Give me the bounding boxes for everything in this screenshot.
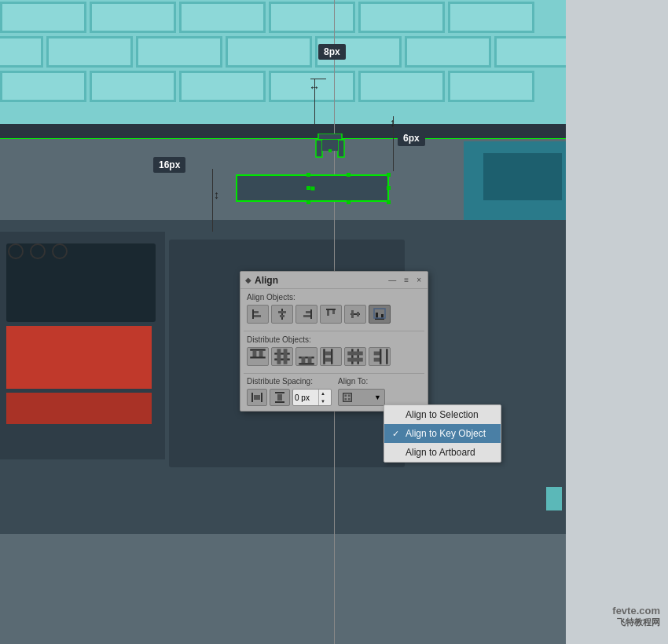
red-strip-1 (6, 326, 152, 389)
align-buttons-row (247, 305, 421, 324)
anchor-tr (387, 173, 391, 177)
svg-rect-51 (275, 392, 284, 393)
dist-right-btn[interactable] (369, 347, 391, 366)
dist-left-btn[interactable] (320, 347, 342, 366)
svg-rect-39 (325, 358, 331, 362)
align-panel: ◆ Align — ≡ × Align Objects: (240, 271, 428, 412)
svg-rect-38 (325, 352, 331, 356)
measure-left-label: 16px (153, 157, 185, 173)
anchor-mr (387, 186, 391, 190)
svg-rect-47 (374, 358, 380, 362)
svg-rect-26 (253, 351, 257, 357)
dist-center-h-btn[interactable] (344, 347, 366, 366)
svg-rect-32 (299, 357, 314, 358)
circle-btn-1 (8, 243, 24, 259)
dark-horizontal-bar (0, 124, 566, 138)
arrow-16px-symbol: ↕ (214, 188, 219, 201)
circle-btn-2 (30, 243, 46, 259)
svg-rect-15 (327, 310, 329, 316)
svg-rect-34 (302, 357, 306, 363)
spinner-down[interactable]: ▼ (319, 397, 327, 405)
menu-item-align-key-object[interactable]: ✓ Align to Key Object (384, 424, 501, 443)
menu-item-selection-label: Align to Selection (406, 409, 479, 420)
menu-item-align-selection[interactable]: Align to Selection (384, 405, 501, 424)
spacing-input-wrap: 0 px ▲ ▼ (292, 389, 332, 406)
panel-close-btn[interactable]: × (415, 276, 423, 284)
spinner-up[interactable]: ▲ (319, 390, 327, 397)
svg-rect-30 (277, 349, 281, 364)
align-bottom-btn[interactable] (369, 305, 391, 324)
right-teal-inner (483, 153, 562, 200)
svg-rect-28 (274, 353, 290, 354)
panel-title-icon: ◆ (245, 276, 251, 284)
anchor-bm (347, 200, 351, 204)
svg-rect-0 (318, 134, 342, 140)
align-center-v-btn[interactable] (344, 305, 366, 324)
svg-rect-45 (386, 349, 387, 364)
svg-rect-10 (280, 315, 284, 317)
dist-top-btn[interactable] (247, 347, 269, 366)
svg-rect-35 (308, 357, 312, 363)
distribute-buttons-row (247, 347, 421, 366)
align-to-section: Align To: ▼ (338, 377, 421, 406)
svg-rect-14 (326, 309, 336, 310)
dist-bottom-btn[interactable] (295, 347, 317, 366)
svg-rect-48 (251, 393, 253, 402)
anchor-bl (306, 200, 310, 204)
svg-rect-9 (278, 311, 286, 313)
spacing-v-btn[interactable] (270, 389, 290, 406)
arrow-6px-symbol: ↕ (390, 116, 395, 129)
panel-title-left: ◆ Align (245, 275, 278, 286)
panel-title-text: Align (255, 275, 278, 286)
svg-rect-11 (310, 309, 312, 319)
watermark-line1: fevte.com (612, 605, 660, 617)
svg-rect-25 (250, 357, 266, 358)
svg-rect-44 (380, 349, 381, 364)
align-to-dropdown: ▼ (338, 389, 421, 406)
anchor-tm (347, 173, 351, 177)
svg-rect-49 (261, 393, 262, 402)
panel-menu-btn[interactable]: ≡ (402, 276, 410, 284)
align-top-btn[interactable] (320, 305, 342, 324)
distribute-objects-label: Distribute Objects: (247, 335, 421, 344)
align-to-dropdown-btn[interactable]: ▼ (338, 389, 385, 406)
svg-rect-8 (281, 309, 283, 320)
bracket-shape (306, 134, 354, 173)
svg-rect-36 (323, 349, 325, 364)
arrow-16px-v (212, 169, 213, 232)
panel-minimize-btn[interactable]: — (387, 276, 398, 284)
svg-rect-41 (357, 349, 358, 364)
dropdown-arrow-icon: ▼ (374, 393, 381, 401)
measure-width-label: 8px (318, 44, 346, 60)
bottom-teal-strip (546, 487, 562, 510)
svg-rect-43 (347, 358, 363, 362)
align-to-label: Align To: (338, 377, 421, 386)
spacing-h-btn[interactable] (247, 389, 267, 406)
distribute-spacing-label: Distribute Spacing: (247, 377, 332, 386)
align-center-h-btn[interactable] (271, 305, 293, 324)
watermark-line2: 飞特教程网 (612, 617, 660, 628)
distribute-spacing-section: Distribute Spacing: 0 px ▲ ▼ (247, 377, 332, 406)
svg-rect-1 (316, 140, 322, 157)
svg-rect-57 (345, 398, 347, 401)
brick-area (0, 0, 566, 126)
svg-rect-16 (332, 310, 335, 314)
circle-btn-3 (52, 243, 68, 259)
align-left-btn[interactable] (247, 305, 269, 324)
menu-item-align-artboard[interactable]: Align to Artboard (384, 443, 501, 462)
svg-rect-37 (331, 349, 332, 364)
svg-rect-52 (275, 401, 284, 403)
svg-rect-56 (348, 395, 351, 397)
measure-height-label: 6px (398, 130, 425, 146)
spacing-spinner: ▲ ▼ (318, 390, 327, 405)
svg-rect-13 (303, 315, 310, 317)
panel-controls: — ≡ × (387, 276, 423, 284)
align-right-btn[interactable] (295, 305, 317, 324)
arrow-8px-symbol: ↔ (309, 81, 319, 93)
svg-rect-58 (348, 398, 351, 401)
align-objects-section: Align Objects: (240, 289, 428, 331)
spacing-input[interactable]: 0 px (293, 393, 318, 403)
svg-rect-18 (351, 310, 354, 318)
dist-center-v-btn[interactable] (271, 347, 293, 366)
svg-rect-3 (322, 140, 338, 151)
